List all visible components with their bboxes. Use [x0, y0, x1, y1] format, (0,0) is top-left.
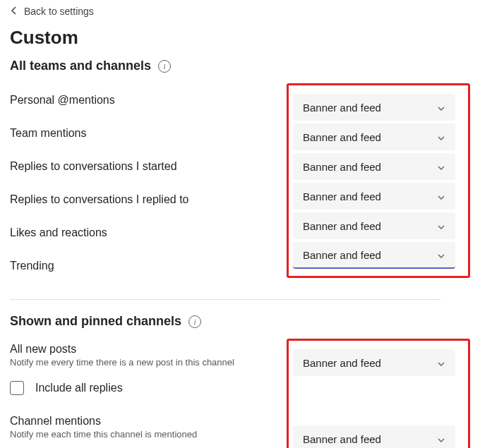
dropdown-all-new-posts[interactable]: Banner and feed [293, 349, 455, 376]
setting-label-personal-mentions: Personal @mentions [10, 94, 115, 107]
include-replies-checkbox[interactable] [10, 381, 24, 395]
setting-label-team-mentions: Team mentions [10, 127, 87, 140]
section-all-title: All teams and channels [10, 59, 151, 73]
setting-label-replies-replied: Replies to conversations I replied to [10, 193, 188, 206]
dropdown-trending[interactable]: Banner and feed [293, 242, 455, 269]
dropdown-replies-replied[interactable]: Banner and feed [293, 183, 455, 210]
dropdown-value: Banner and feed [303, 102, 381, 114]
setting-label-all-new-posts: All new posts [10, 343, 278, 356]
chevron-left-icon [10, 6, 18, 17]
setting-label-replies-started: Replies to conversations I started [10, 160, 177, 173]
dropdown-replies-started[interactable]: Banner and feed [293, 153, 455, 180]
chevron-down-icon [437, 192, 445, 200]
info-icon[interactable]: i [158, 60, 171, 73]
setting-sublabel-channel-mentions: Notify me each time this channel is ment… [10, 429, 278, 440]
dropdown-value: Banner and feed [303, 357, 381, 369]
highlight-box-all-channels: Banner and feed Banner and feed Banner a… [287, 83, 470, 278]
include-replies-label: Include all replies [35, 382, 123, 394]
chevron-down-icon [437, 103, 445, 111]
dropdown-channel-mentions[interactable]: Banner and feed [293, 425, 455, 448]
chevron-down-icon [437, 133, 445, 141]
chevron-down-icon [437, 250, 445, 259]
setting-label-channel-mentions: Channel mentions [10, 415, 278, 428]
chevron-down-icon [437, 435, 445, 443]
dropdown-personal-mentions[interactable]: Banner and feed [293, 94, 455, 121]
dropdown-value: Banner and feed [303, 190, 381, 202]
dropdown-value: Banner and feed [303, 433, 381, 445]
dropdown-value: Banner and feed [303, 220, 381, 232]
dropdown-team-mentions[interactable]: Banner and feed [293, 123, 455, 150]
dropdown-value: Banner and feed [303, 249, 381, 261]
page-title: Custom [10, 27, 470, 49]
info-icon[interactable]: i [188, 315, 201, 328]
setting-sublabel-all-new-posts: Notify me every time there is a new post… [10, 357, 278, 368]
setting-label-likes-reactions: Likes and reactions [10, 226, 107, 239]
dropdown-likes-reactions[interactable]: Banner and feed [293, 212, 455, 239]
section-pinned-title: Shown and pinned channels [10, 314, 181, 329]
back-link-label: Back to settings [24, 6, 94, 17]
dropdown-value: Banner and feed [303, 131, 381, 143]
section-divider [10, 299, 440, 300]
setting-label-trending: Trending [10, 260, 54, 272]
highlight-box-pinned-channels: Banner and feed Banner and feed [287, 339, 470, 448]
dropdown-value: Banner and feed [303, 161, 381, 173]
chevron-down-icon [437, 358, 445, 367]
back-to-settings-link[interactable]: Back to settings [10, 4, 470, 20]
chevron-down-icon [437, 222, 445, 230]
chevron-down-icon [437, 162, 445, 171]
